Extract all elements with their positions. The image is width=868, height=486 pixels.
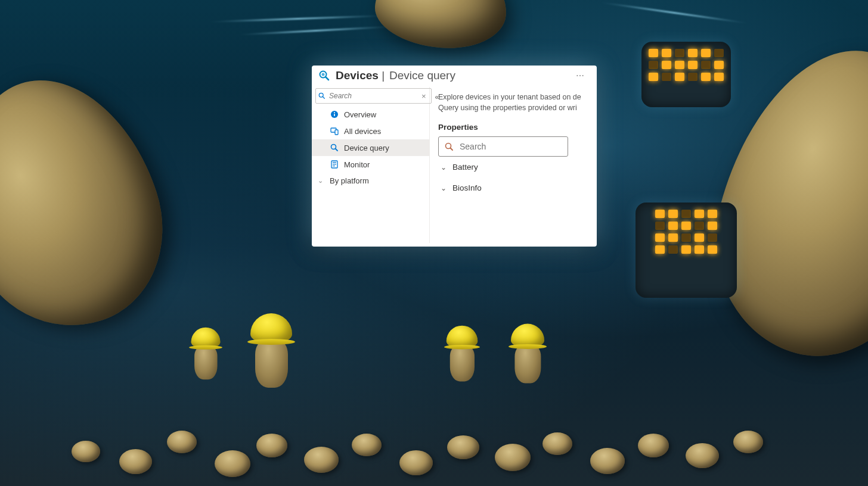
app-window: Devices | Device query ⋯ × « <box>312 66 597 247</box>
svg-rect-13 <box>333 162 336 163</box>
monitor-icon <box>330 160 339 169</box>
property-label: Battery <box>452 163 478 172</box>
sidebar: × « Overview All devices <box>312 87 430 243</box>
app-header: Devices | Device query ⋯ <box>312 66 597 87</box>
info-icon <box>330 110 339 119</box>
main-panel: Explore devices in your tenant based on … <box>430 87 597 243</box>
sidebar-item-overview[interactable]: Overview <box>312 106 429 123</box>
sidebar-search[interactable]: × <box>315 88 432 104</box>
properties-heading: Properties <box>438 123 597 132</box>
search-icon <box>318 92 326 99</box>
chevron-down-icon: ⌄ <box>441 184 447 192</box>
svg-line-4 <box>323 96 324 98</box>
page-subtitle: Device query <box>389 69 455 82</box>
sidebar-item-monitor[interactable]: Monitor <box>312 156 429 173</box>
more-actions-button[interactable]: ⋯ <box>571 70 590 82</box>
svg-line-11 <box>336 149 338 151</box>
sidebar-item-label: All devices <box>344 127 381 136</box>
svg-line-1 <box>326 77 328 80</box>
worker-figure <box>191 328 221 380</box>
property-label: BiosInfo <box>452 183 482 192</box>
sidebar-item-label: Device query <box>344 144 389 152</box>
sidebar-item-all-devices[interactable]: All devices <box>312 123 429 139</box>
chevron-down-icon: ⌄ <box>441 163 447 172</box>
sidebar-item-label: Monitor <box>344 160 370 169</box>
page-title: Devices | <box>336 69 385 82</box>
floor-peanuts <box>0 367 868 486</box>
svg-point-2 <box>322 73 325 76</box>
svg-line-17 <box>451 148 453 150</box>
sidebar-search-input[interactable] <box>329 92 419 100</box>
sidebar-item-by-platform[interactable]: ⌄ By platform <box>312 173 429 189</box>
description-text: Explore devices in your tenant based on … <box>438 92 597 113</box>
sidebar-item-label: By platform <box>330 176 369 185</box>
clear-search-button[interactable]: × <box>419 92 429 101</box>
robot-led-panel <box>636 202 737 298</box>
devices-icon <box>330 126 339 136</box>
sidebar-item-label: Overview <box>344 110 376 119</box>
worker-figure <box>511 324 544 384</box>
svg-point-7 <box>334 112 335 113</box>
svg-rect-9 <box>335 130 338 135</box>
search-icon <box>330 143 339 152</box>
chevron-down-icon: ⌄ <box>318 177 325 185</box>
svg-rect-6 <box>334 114 335 116</box>
sidebar-item-device-query[interactable]: Device query <box>312 139 429 156</box>
robot-led-panel <box>641 42 731 107</box>
search-icon <box>445 142 454 151</box>
title-separator: | <box>382 69 385 82</box>
device-query-icon <box>318 69 331 82</box>
properties-search-input[interactable] <box>460 142 564 151</box>
property-item-battery[interactable]: ⌄ Battery <box>438 157 597 177</box>
worker-figure <box>250 313 292 388</box>
title-devices: Devices <box>336 69 379 82</box>
svg-rect-15 <box>333 166 335 166</box>
properties-search[interactable] <box>438 136 568 157</box>
property-item-biosinfo[interactable]: ⌄ BiosInfo <box>438 177 597 198</box>
worker-figure <box>447 326 478 382</box>
svg-rect-14 <box>333 164 336 164</box>
